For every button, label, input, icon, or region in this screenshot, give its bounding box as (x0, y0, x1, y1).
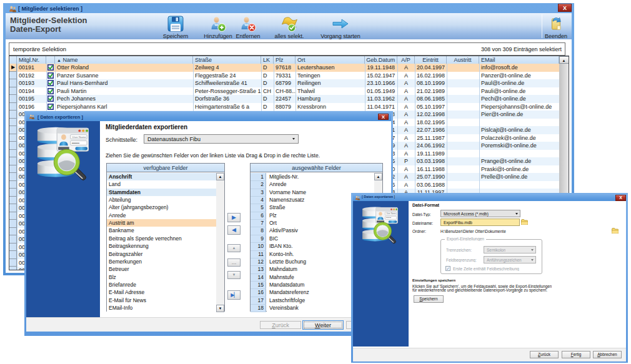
svg-text:••••••: •••••• (386, 216, 392, 219)
svg-text:••••••: •••••• (72, 141, 79, 145)
svg-text:User Name: User Name (386, 212, 396, 215)
svg-text:User Name: User Name (72, 135, 87, 139)
